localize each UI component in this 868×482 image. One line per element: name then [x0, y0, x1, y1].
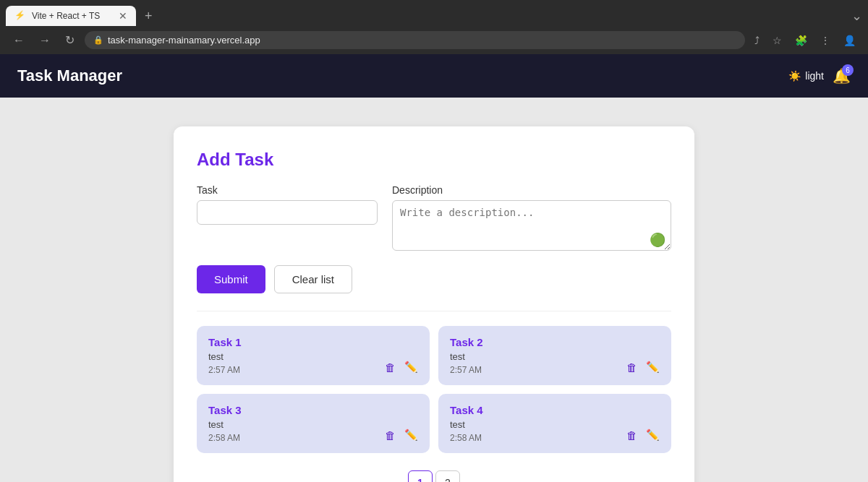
- active-tab[interactable]: ⚡ Vite + React + TS ✕: [6, 6, 136, 26]
- profile-avatar[interactable]: 👤: [840, 33, 859, 48]
- address-bar-row: ← → ↻ 🔒 task-manager-mainamary.vercel.ap…: [0, 26, 868, 54]
- submit-button[interactable]: Submit: [197, 265, 265, 293]
- add-task-card: Add Task Task Description 🟢 Submit Clear…: [174, 126, 694, 482]
- address-bar[interactable]: 🔒 task-manager-mainamary.vercel.app: [85, 31, 745, 49]
- task-card: Task 1 test 2:57 AM 🗑 ✏️: [197, 326, 430, 385]
- task-delete-button[interactable]: 🗑: [625, 359, 639, 375]
- form-row: Task Description 🟢: [197, 184, 671, 254]
- divider: [197, 311, 671, 311]
- browser-menu-icon[interactable]: ⋮: [817, 33, 834, 48]
- clear-list-button[interactable]: Clear list: [274, 265, 352, 293]
- address-bar-actions: ⤴ ☆ 🧩 ⋮ 👤: [751, 33, 859, 48]
- task-delete-button[interactable]: 🗑: [383, 427, 397, 443]
- task-edit-button[interactable]: ✏️: [403, 427, 420, 443]
- tab-bar: ⚡ Vite + React + TS ✕ + ⌄: [0, 0, 868, 26]
- task-edit-button[interactable]: ✏️: [644, 359, 661, 375]
- task-actions: 🗑 ✏️: [383, 427, 420, 443]
- task-delete-button[interactable]: 🗑: [383, 359, 397, 375]
- sun-icon: ☀️: [788, 70, 801, 82]
- header-right: ☀️ light 🔔 6: [788, 67, 851, 85]
- tab-favicon: ⚡: [14, 10, 26, 22]
- task-edit-button[interactable]: ✏️: [644, 427, 661, 443]
- pagination-buttons: 12: [408, 470, 460, 482]
- task-actions: 🗑 ✏️: [383, 359, 420, 375]
- description-wrapper: 🟢: [392, 200, 671, 254]
- back-button[interactable]: ←: [9, 31, 29, 50]
- task-name: Task 4: [450, 404, 660, 416]
- page-button-2[interactable]: 2: [435, 470, 460, 482]
- description-action-icon[interactable]: 🟢: [650, 232, 665, 248]
- tasks-grid: Task 1 test 2:57 AM 🗑 ✏️ Task 2 test 2:5…: [197, 326, 671, 453]
- notification-badge: 6: [842, 64, 854, 76]
- task-card: Task 4 test 2:58 AM 🗑 ✏️: [438, 394, 671, 453]
- tab-bar-controls: ⌄: [851, 8, 862, 24]
- app-title: Task Manager: [17, 66, 788, 85]
- page-button-1[interactable]: 1: [408, 470, 433, 482]
- task-card: Task 2 test 2:57 AM 🗑 ✏️: [438, 326, 671, 385]
- main-content: Add Task Task Description 🟢 Submit Clear…: [0, 98, 868, 482]
- theme-label: light: [805, 70, 824, 82]
- address-text: task-manager-mainamary.vercel.app: [108, 35, 260, 46]
- theme-toggle-button[interactable]: ☀️ light: [788, 70, 824, 82]
- tab-title: Vite + React + TS: [32, 11, 113, 21]
- task-input[interactable]: [197, 200, 378, 225]
- task-name: Task 1: [208, 336, 418, 348]
- lock-icon: 🔒: [93, 35, 103, 45]
- form-actions: Submit Clear list: [197, 265, 671, 293]
- reload-button[interactable]: ↻: [61, 30, 79, 50]
- card-title: Add Task: [197, 150, 671, 170]
- task-card: Task 3 test 2:58 AM 🗑 ✏️: [197, 394, 430, 453]
- notification-button[interactable]: 🔔 6: [833, 67, 851, 85]
- tab-close-button[interactable]: ✕: [119, 10, 127, 22]
- forward-button[interactable]: →: [35, 31, 55, 50]
- task-name: Task 3: [208, 404, 418, 416]
- task-actions: 🗑 ✏️: [625, 359, 661, 375]
- app-header: Task Manager ☀️ light 🔔 6: [0, 54, 868, 98]
- description-input[interactable]: [392, 200, 671, 251]
- task-edit-button[interactable]: ✏️: [403, 359, 420, 375]
- pagination: 12 Page 1: [197, 470, 671, 482]
- task-name: Task 2: [450, 336, 660, 348]
- description-label: Description: [392, 184, 671, 196]
- task-delete-button[interactable]: 🗑: [625, 427, 639, 443]
- extensions-icon[interactable]: 🧩: [791, 33, 811, 48]
- task-field-group: Task: [197, 184, 378, 254]
- new-tab-button[interactable]: +: [139, 9, 158, 24]
- bookmark-icon[interactable]: ☆: [769, 33, 786, 48]
- browser-chrome: ⚡ Vite + React + TS ✕ + ⌄ ← → ↻ 🔒 task-m…: [0, 0, 868, 54]
- description-field-group: Description 🟢: [392, 184, 671, 254]
- task-actions: 🗑 ✏️: [625, 427, 661, 443]
- share-icon[interactable]: ⤴: [751, 33, 763, 48]
- task-label: Task: [197, 184, 378, 196]
